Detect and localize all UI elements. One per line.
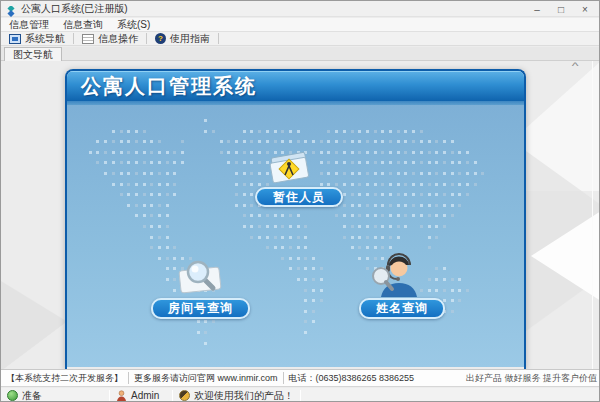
panel-body: 暂住人员 房间号查询: [67, 105, 524, 367]
menu-item-info-manage[interactable]: 信息管理: [3, 18, 55, 32]
window-controls: – □ ×: [525, 1, 597, 17]
user-icon: [116, 390, 127, 401]
decor-triangle: [1, 281, 67, 369]
user-text: Admin: [131, 390, 159, 401]
folder-person-icon[interactable]: [263, 149, 317, 191]
magnifier-icon[interactable]: [173, 257, 227, 301]
title-bar: 公寓人口系统(已注册版) – □ ×: [1, 1, 599, 17]
tab-graphic-navigation[interactable]: 图文导航: [4, 47, 62, 61]
menu-item-info-query[interactable]: 信息查询: [57, 18, 109, 32]
ready-text: 准备: [22, 389, 42, 402]
menu-item-system[interactable]: 系统(S): [111, 18, 156, 32]
phone-text: 电话：(0635)8386265 8386255: [284, 372, 420, 385]
slogan-text: 出好产品 做好服务 提升客户价值: [461, 372, 599, 385]
toolbar: 系统导航 信息操作 ? 使用指南: [1, 31, 599, 46]
close-button[interactable]: ×: [573, 1, 597, 17]
toolbar-user-guide-label: 使用指南: [170, 32, 210, 46]
toolbar-info-ops[interactable]: 信息操作: [74, 32, 146, 45]
status-welcome: 欢迎使用我们的产品！: [173, 389, 300, 402]
panel-title: 公寓人口管理系统: [67, 73, 257, 100]
welcome-text: 欢迎使用我们的产品！: [194, 389, 294, 402]
app-window: 公寓人口系统(已注册版) – □ × 信息管理 信息查询 系统(S) 系统导航 …: [0, 0, 600, 402]
operator-icon[interactable]: [365, 253, 425, 301]
temporary-residents-button[interactable]: 暂住人员: [255, 187, 343, 207]
tab-strip: 图文导航: [1, 47, 599, 61]
toolbar-info-ops-label: 信息操作: [98, 32, 138, 46]
room-number-search-button[interactable]: 房间号查询: [151, 298, 250, 319]
form-icon: [82, 34, 94, 44]
name-search-button[interactable]: 姓名查询: [359, 298, 445, 319]
menu-bar: 信息管理 信息查询 系统(S): [1, 18, 599, 31]
collapse-chevron-icon[interactable]: ^: [571, 61, 578, 71]
toolbar-user-guide[interactable]: ? 使用指南: [147, 32, 218, 45]
status-ready: 准备: [1, 389, 109, 402]
status-bar: 准备 Admin 欢迎使用我们的产品！: [1, 388, 599, 402]
monitor-icon: [9, 34, 21, 44]
app-icon: [6, 3, 17, 14]
main-panel: 公寓人口管理系统: [65, 69, 526, 369]
toolbar-system-nav-label: 系统导航: [25, 32, 65, 46]
ready-icon: [7, 390, 18, 401]
status-user: Admin: [110, 390, 172, 401]
info-bar: 【本系统支持二次开发服务】 更多服务请访问官网 www.inmir.com 电话…: [1, 369, 599, 387]
panel-header: 公寓人口管理系统: [67, 71, 524, 101]
toolbar-system-nav[interactable]: 系统导航: [1, 32, 73, 45]
toolbar-separator: [218, 33, 219, 44]
website-text: 更多服务请访问官网 www.inmir.com: [129, 372, 283, 385]
statusbar-separator: [300, 390, 301, 401]
help-icon: ?: [155, 33, 166, 44]
right-divider: [592, 61, 593, 369]
welcome-icon: [179, 390, 190, 401]
window-title: 公寓人口系统(已注册版): [21, 2, 128, 16]
support-text: 【本系统支持二次开发服务】: [1, 372, 128, 385]
minimize-button[interactable]: –: [525, 1, 549, 17]
maximize-button[interactable]: □: [549, 1, 573, 17]
workspace: ^ 公寓人口管理系统: [1, 61, 600, 369]
